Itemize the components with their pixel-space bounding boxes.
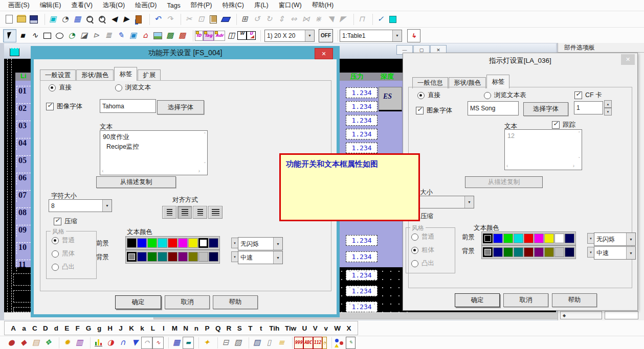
style-radio[interactable]: 普通	[411, 232, 455, 241]
tag-letter-button[interactable]: J	[118, 324, 123, 332]
palette-footer-field[interactable]	[605, 311, 638, 319]
swatch-dropdown-icon[interactable]	[587, 247, 594, 258]
tag-letter-button[interactable]: S	[237, 324, 242, 332]
color-swatch[interactable]	[209, 238, 218, 248]
dialog-tab[interactable]: 标签	[486, 75, 509, 88]
library-browser[interactable]: ▦	[71, 13, 83, 26]
tag-letter-button[interactable]: U	[302, 324, 307, 332]
color-swatch[interactable]	[503, 234, 513, 243]
menu-item[interactable]: 窗口(W)	[274, 0, 307, 11]
tag-letter-button[interactable]: n	[194, 324, 199, 332]
rotate-ccw[interactable]: ↺	[251, 13, 263, 26]
fill-tool[interactable]: ◪	[78, 30, 90, 42]
menu-item[interactable]: Tags	[162, 1, 185, 10]
row-number[interactable]: 10	[16, 242, 31, 254]
color-swatch[interactable]	[168, 238, 177, 248]
color-swatch[interactable]	[178, 238, 188, 248]
shear-right[interactable]: ◤	[337, 13, 349, 26]
menu-item[interactable]: 查看(V)	[66, 0, 98, 11]
tag-letter-button[interactable]: v	[323, 324, 328, 332]
color-swatch[interactable]	[565, 247, 574, 257]
dialog-tab[interactable]: 一般设置	[40, 69, 76, 81]
parts-box-green[interactable]: ▩	[164, 30, 176, 42]
print-part[interactable]: ⊟	[219, 337, 232, 348]
color-swatch[interactable]	[147, 238, 157, 248]
bg-blink-select[interactable]: 中速	[594, 246, 636, 260]
cf-card-checkbox[interactable]: CF 卡	[574, 91, 602, 100]
row-number[interactable]: 06	[16, 173, 31, 184]
ellipse-tool[interactable]	[53, 30, 65, 42]
menu-item[interactable]: 特殊(C)	[217, 0, 249, 11]
part-icon[interactable]	[165, 337, 169, 348]
screen-list[interactable]: ▣	[47, 13, 59, 26]
picture-tool[interactable]	[151, 30, 164, 42]
color-swatch[interactable]	[503, 247, 513, 257]
style-radio[interactable]: 凸出	[411, 259, 455, 268]
color-swatch[interactable]	[158, 238, 167, 248]
tool-icon[interactable]	[257, 30, 261, 41]
flip-horizontal[interactable]: ⇔	[287, 13, 300, 26]
tag-letter-button[interactable]: L	[150, 324, 156, 332]
color-swatch[interactable]	[147, 252, 157, 262]
arc-tool[interactable]: ◔	[65, 30, 78, 42]
cancel-button[interactable]: 取消	[503, 293, 548, 307]
numeric-display-part[interactable]: 1.234	[346, 87, 377, 98]
palette-footer-control[interactable]: ◆	[560, 311, 602, 319]
color-swatch[interactable]	[493, 234, 503, 243]
tool-icon[interactable]	[369, 14, 373, 25]
numeric-display-part[interactable]: 1.234	[346, 143, 377, 153]
label-text-input[interactable]: 12ˆˇ‹›	[504, 129, 582, 170]
enlarge[interactable]: ⋇	[312, 13, 324, 26]
rotate-cw[interactable]: ↻	[263, 13, 275, 26]
color-swatch[interactable]	[178, 252, 188, 262]
copy-from-description-button[interactable]: 从描述复制	[465, 176, 543, 188]
chevron-down-icon[interactable]	[305, 30, 314, 41]
esc-button-part[interactable]: ES	[379, 87, 402, 111]
chevron-down-icon[interactable]	[392, 30, 402, 41]
color-swatch[interactable]	[188, 252, 198, 262]
previous-screen[interactable]: ◀	[108, 13, 120, 26]
color-swatch[interactable]	[127, 252, 137, 262]
swatch-dropdown-icon[interactable]	[587, 233, 594, 244]
align-justify-button[interactable]	[208, 206, 223, 219]
spin-down-icon[interactable]: ▼	[604, 108, 612, 115]
part-icon[interactable]	[289, 337, 293, 348]
color-swatch[interactable]	[127, 238, 137, 248]
tag-letter-button[interactable]: t	[258, 324, 263, 332]
style-radio[interactable]: 粗体	[411, 246, 455, 254]
redo[interactable]: ↷	[164, 13, 176, 26]
numeric-display-part[interactable]: 1.234	[346, 129, 377, 139]
memo-part[interactable]: ≡	[275, 337, 287, 348]
clipboard-part[interactable]: ▤	[30, 337, 42, 348]
tag-letter-button[interactable]: X	[346, 324, 351, 332]
tag-letter-button[interactable]: A	[11, 324, 16, 332]
cancel-button[interactable]: 取消	[165, 295, 210, 309]
label-text-input[interactable]: 90度作业 Recipe监控ˆˇ‹›	[100, 130, 208, 175]
flip-vertical[interactable]: ⇕	[275, 13, 287, 26]
keypad-part[interactable]: ▦	[170, 337, 183, 348]
help-button[interactable]: 帮助	[213, 295, 258, 309]
tag-letter-button[interactable]: H	[107, 324, 113, 332]
color-swatch[interactable]	[158, 252, 167, 262]
next-screen[interactable]: ▶	[120, 13, 132, 26]
direct-radio[interactable]: 直接	[417, 91, 440, 100]
window-part[interactable]: ✎	[346, 337, 356, 349]
scale-tool[interactable]: ≣	[102, 30, 115, 42]
numeric-display-part[interactable]: 1.234	[346, 115, 377, 126]
part-icon[interactable]	[56, 337, 59, 348]
help-button[interactable]: 帮助	[552, 293, 597, 307]
color-swatch[interactable]	[534, 247, 544, 257]
dialog-tab[interactable]: 形状/颜色	[76, 69, 114, 81]
tool-icon[interactable]	[233, 14, 237, 25]
color-swatch[interactable]	[544, 247, 554, 257]
row-number[interactable]: 07	[16, 190, 31, 202]
browse-text-radio[interactable]: 浏览文本	[115, 83, 151, 92]
row-number[interactable]: 09	[16, 225, 31, 237]
numeric-display-part[interactable]: 1.234	[346, 101, 377, 112]
color-swatch[interactable]	[534, 234, 544, 243]
tag-letter-button[interactable]: k	[140, 324, 145, 332]
color-swatch[interactable]	[524, 234, 534, 243]
tag-letter-button[interactable]: a	[21, 324, 27, 332]
color-swatch[interactable]	[514, 234, 523, 243]
align-left-button[interactable]	[162, 206, 176, 219]
